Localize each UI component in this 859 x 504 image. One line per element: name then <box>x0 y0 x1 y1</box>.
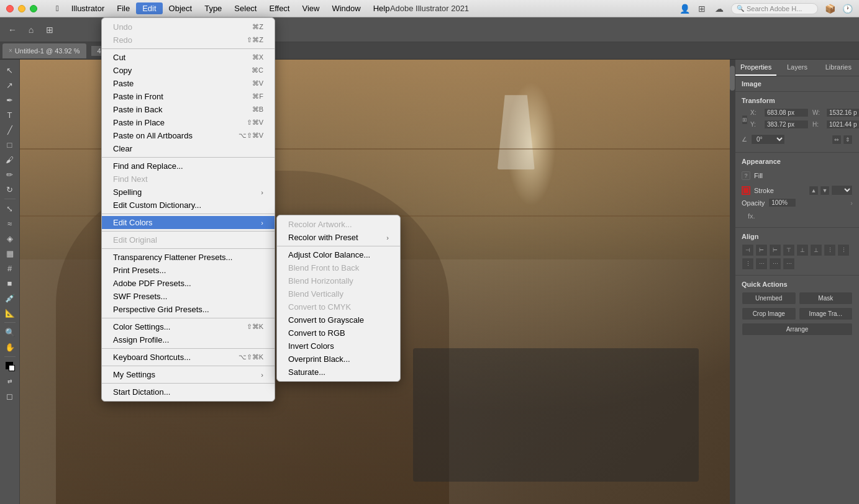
image-trace-button[interactable]: Image Tra... <box>799 307 853 320</box>
maximize-button[interactable] <box>30 5 37 12</box>
window-menu[interactable]: Window <box>325 2 366 14</box>
zoom-tool[interactable]: 🔍 <box>3 325 17 339</box>
home-button[interactable]: ⌂ <box>24 22 39 37</box>
rect-tool[interactable]: □ <box>3 138 17 151</box>
menu-copy[interactable]: Copy ⌘C <box>102 64 275 77</box>
layers-tab[interactable]: Layers <box>776 60 817 76</box>
line-tool[interactable]: ╱ <box>3 123 17 137</box>
fill-stroke-tool[interactable] <box>3 359 17 373</box>
arrange-button[interactable]: Arrange <box>742 323 853 336</box>
pen-tool[interactable]: ✒ <box>3 93 17 107</box>
document-tab[interactable]: × Untitled-1 @ 43.92 % <box>2 43 86 58</box>
menu-start-dictation[interactable]: Start Dictation... <box>102 385 275 398</box>
submenu-invert-colors[interactable]: Invert Colors <box>277 340 400 353</box>
flip-v-icon[interactable]: ⇕ <box>843 135 853 145</box>
menu-find-replace[interactable]: Find and Replace... <box>102 160 275 173</box>
selection-tool[interactable]: ↖ <box>3 63 17 77</box>
tab-close-icon[interactable]: × <box>9 47 12 54</box>
submenu-blend-h[interactable]: Blend Horizontally <box>277 274 400 287</box>
back-button[interactable]: ← <box>5 22 20 37</box>
gradient-tool[interactable]: ■ <box>3 276 17 290</box>
libraries-tab[interactable]: Libraries <box>818 60 859 76</box>
distribute-left-icon[interactable]: ⋮ <box>824 244 836 256</box>
opacity-input[interactable] <box>768 198 796 207</box>
scale-tool[interactable]: ⤡ <box>3 202 17 215</box>
hand-tool[interactable]: ✋ <box>3 340 17 354</box>
w-input[interactable] <box>826 108 859 117</box>
stroke-swatch[interactable] <box>742 186 750 195</box>
warp-tool[interactable]: ≈ <box>3 217 17 230</box>
type-tool[interactable]: T <box>3 108 17 122</box>
y-input[interactable] <box>764 120 809 129</box>
eyedropper-tool[interactable]: 💉 <box>3 291 17 305</box>
submenu-saturate[interactable]: Saturate... <box>277 366 400 379</box>
align-left-icon[interactable]: ⊣ <box>742 244 754 256</box>
file-menu[interactable]: File <box>111 2 136 14</box>
drawing-mode-icon[interactable]: ◻ <box>3 389 17 403</box>
illustrator-menu[interactable]: Illustrator <box>65 2 111 14</box>
angle-input[interactable]: 0° <box>751 134 785 145</box>
menu-my-settings[interactable]: My Settings › <box>102 368 275 381</box>
menu-paste-front[interactable]: Paste in Front ⌘F <box>102 90 275 103</box>
dropbox-icon[interactable]: 📦 <box>824 3 835 14</box>
submenu-blend-v[interactable]: Blend Vertically <box>277 287 400 300</box>
distribute-bottom-icon[interactable]: ⋯ <box>783 258 795 270</box>
submenu-adjust-color[interactable]: Adjust Color Balance... <box>277 248 400 261</box>
opacity-more-icon[interactable]: › <box>850 199 853 207</box>
properties-tab[interactable]: Properties <box>735 60 776 76</box>
pencil-tool[interactable]: ✏ <box>3 168 17 181</box>
menu-redo[interactable]: Redo ⇧⌘Z <box>102 34 275 47</box>
stroke-up-icon[interactable]: ▲ <box>809 186 819 196</box>
direct-select-tool[interactable]: ↗ <box>3 78 17 92</box>
flip-h-icon[interactable]: ⇔ <box>832 135 842 145</box>
menu-edit-original[interactable]: Edit Original <box>102 233 275 246</box>
minimize-button[interactable] <box>18 5 25 12</box>
select-menu[interactable]: Select <box>228 2 263 14</box>
align-center-h-icon[interactable]: ⊢ <box>755 244 768 256</box>
apple-menu[interactable]:  <box>50 2 65 14</box>
submenu-convert-rgb[interactable]: Convert to RGB <box>277 326 400 340</box>
search-adobe-box[interactable]: 🔍 Search Adobe H... <box>731 3 818 14</box>
close-button[interactable] <box>6 5 14 12</box>
column-graph-tool[interactable]: ▦ <box>3 246 17 260</box>
mask-button[interactable]: Mask <box>799 292 853 305</box>
menu-adobe-pdf-presets[interactable]: Adobe PDF Presets... <box>102 277 275 290</box>
stroke-down-icon[interactable]: ▼ <box>820 186 830 196</box>
effect-menu[interactable]: Effect <box>263 2 296 14</box>
align-right-icon[interactable]: ⊢ <box>769 244 781 256</box>
menu-spelling[interactable]: Spelling › <box>102 186 275 199</box>
distribute-mid-icon[interactable]: ⋯ <box>769 258 781 270</box>
x-input[interactable] <box>764 108 809 117</box>
menu-edit-custom-dict[interactable]: Edit Custom Dictionary... <box>102 199 275 212</box>
menu-find-next[interactable]: Find Next <box>102 173 275 186</box>
crop-image-button[interactable]: Crop Image <box>742 307 796 320</box>
distribute-center-icon[interactable]: ⋮ <box>837 244 850 256</box>
traffic-lights[interactable] <box>6 5 37 12</box>
align-center-v-icon[interactable]: ⊥ <box>796 244 809 256</box>
distribute-right-icon[interactable]: ⋮ <box>742 258 754 270</box>
rotate-tool[interactable]: ↻ <box>3 182 17 196</box>
stroke-style-select[interactable] <box>831 185 853 196</box>
submenu-convert-cmyk[interactable]: Convert to CMYK <box>277 300 400 313</box>
submenu-recolor-artwork[interactable]: Recolor Artwork... <box>277 218 400 231</box>
align-bottom-icon[interactable]: ⊥ <box>810 244 822 256</box>
menu-paste-back[interactable]: Paste in Back ⌘B <box>102 103 275 116</box>
submenu-convert-grayscale[interactable]: Convert to Grayscale <box>277 313 400 326</box>
menu-assign-profile[interactable]: Assign Profile... <box>102 333 275 346</box>
arrange-icon[interactable]: ⊞ <box>696 3 707 14</box>
scrollbar-thumb-v[interactable] <box>730 66 735 91</box>
unembed-button[interactable]: Unembed <box>742 292 796 305</box>
paintbrush-tool[interactable]: 🖌 <box>3 153 17 166</box>
view-menu[interactable]: View <box>296 2 326 14</box>
mesh-tool[interactable]: # <box>3 261 17 275</box>
menu-cut[interactable]: Cut ⌘X <box>102 51 275 64</box>
h-input[interactable] <box>826 120 859 129</box>
clock-icon[interactable]: 🕐 <box>842 3 853 14</box>
submenu-overprint-black[interactable]: Overprint Black... <box>277 353 400 366</box>
object-menu[interactable]: Object <box>163 2 199 14</box>
cloud-icon[interactable]: ☁ <box>714 3 725 14</box>
type-menu[interactable]: Type <box>198 2 228 14</box>
menu-perspective-grid-presets[interactable]: Perspective Grid Presets... <box>102 303 275 316</box>
measure-tool[interactable]: 📐 <box>3 306 17 320</box>
menu-edit-colors[interactable]: Edit Colors › <box>102 216 275 229</box>
